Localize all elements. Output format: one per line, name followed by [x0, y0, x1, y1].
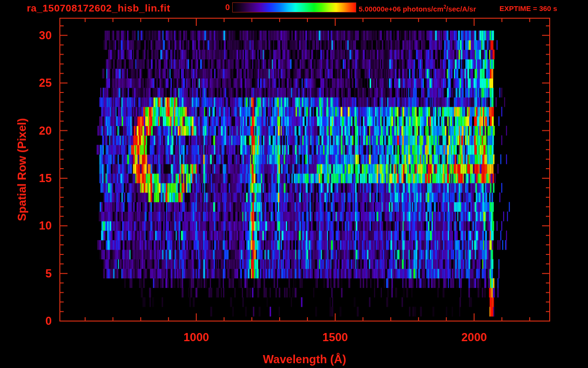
y-axis-title: Spatial Row (Pixel) [15, 118, 29, 221]
y-tick-label: 15 [28, 172, 52, 185]
colorbar-unit-suffix: /sec/A/sr [446, 5, 476, 13]
exptime-label: EXPTIME = 360 s [499, 4, 557, 12]
colorbar-max-label: 5.00000e+06 photons/cm2/sec/A/sr [359, 4, 476, 13]
x-tick-label: 2000 [445, 331, 503, 344]
page-title: ra_150708172602_hisb_lin.fit [27, 2, 170, 14]
y-tick-label: 20 [28, 124, 52, 138]
x-tick-label: 1500 [306, 331, 364, 344]
colorbar-gradient [232, 2, 356, 12]
y-tick-label: 25 [28, 76, 52, 90]
x-axis-title: Wavelength (Å) [233, 353, 376, 366]
colorbar-unit-prefix: photons/cm [401, 5, 443, 13]
y-tick-label: 0 [28, 314, 52, 328]
spectrum-heatmap-canvas [0, 0, 588, 368]
y-tick-label: 10 [28, 219, 52, 232]
x-tick-label: 1000 [168, 331, 225, 344]
colorbar-min-label: 0 [218, 3, 230, 12]
colorbar-max-value: 5.00000e+06 [359, 5, 401, 13]
y-tick-label: 5 [28, 267, 52, 280]
plot-window: ra_150708172602_hisb_lin.fit 0 5.00000e+… [0, 0, 588, 368]
y-tick-label: 30 [28, 29, 52, 42]
